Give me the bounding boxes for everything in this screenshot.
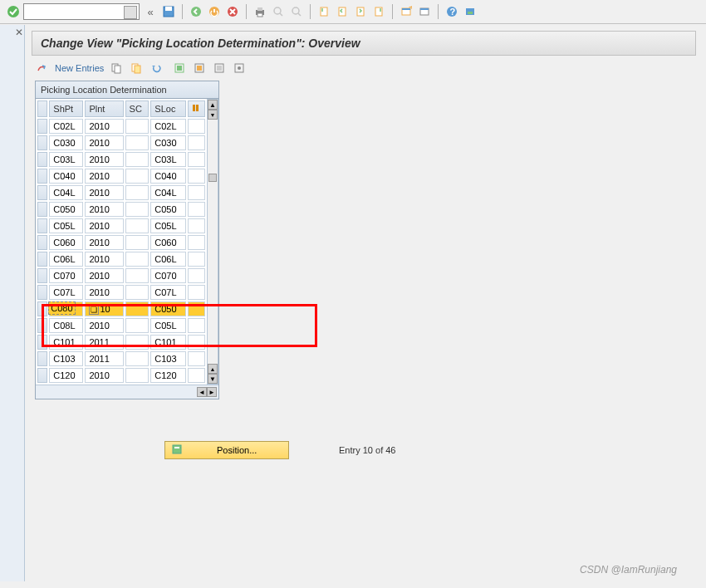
cell-sc[interactable] xyxy=(125,135,150,150)
table-row[interactable]: C06L2010C06L xyxy=(37,252,205,267)
cell-plnt[interactable]: 2010 xyxy=(85,252,123,267)
cell-plnt[interactable]: 2010 xyxy=(85,202,123,217)
cell-shpt[interactable]: C05L xyxy=(49,218,83,233)
row-selector[interactable] xyxy=(37,301,47,316)
cell-sloc[interactable]: C060 xyxy=(150,235,186,250)
table-row[interactable]: C05L2010C05L xyxy=(37,218,205,233)
cell-sloc[interactable]: C03L xyxy=(150,152,186,167)
cell-sc[interactable] xyxy=(125,285,150,300)
scroll-up-icon[interactable]: ▲ xyxy=(208,100,218,110)
row-selector[interactable] xyxy=(37,285,47,300)
cell-shpt[interactable]: C03L xyxy=(49,152,83,167)
cell-plnt[interactable]: 2010 xyxy=(85,119,123,134)
cell-plnt[interactable]: 2010 xyxy=(85,318,123,333)
row-selector[interactable] xyxy=(37,252,47,267)
col-sc[interactable]: SC xyxy=(125,100,150,117)
table-row[interactable]: C04L2010C04L xyxy=(37,185,205,200)
select-all-icon[interactable] xyxy=(172,61,187,76)
cell-shpt[interactable]: C120 xyxy=(49,368,83,383)
cell-sc[interactable] xyxy=(125,185,150,200)
table-row[interactable]: C0702010C070 xyxy=(37,268,205,283)
vertical-scrollbar[interactable]: ▲ ▼ ▲ ▼ xyxy=(207,99,218,385)
position-button[interactable]: Position... xyxy=(164,441,289,459)
cell-sloc[interactable]: C120 xyxy=(150,368,186,383)
cell-sc[interactable] xyxy=(125,368,150,383)
row-selector[interactable] xyxy=(37,335,47,350)
config-icon[interactable] xyxy=(232,61,247,76)
cell-sc[interactable] xyxy=(125,218,150,233)
cell-plnt[interactable]: 2010 xyxy=(85,235,123,250)
table-row[interactable]: C1202010C120 xyxy=(37,368,205,383)
row-selector[interactable] xyxy=(37,169,47,184)
close-icon[interactable]: ✕ xyxy=(15,27,23,38)
cell-sc[interactable] xyxy=(125,335,150,350)
cell-sloc[interactable]: C030 xyxy=(150,135,186,150)
cell-shpt[interactable]: C050 xyxy=(49,202,83,217)
cell-sloc[interactable]: C05L xyxy=(150,218,186,233)
cell-shpt[interactable]: C101 xyxy=(49,335,83,350)
scroll-down-icon[interactable]: ▼ xyxy=(208,374,218,384)
cell-shpt[interactable]: C080 xyxy=(49,301,83,316)
col-plnt[interactable]: Plnt xyxy=(85,100,123,117)
table-row[interactable]: C1032011C103 xyxy=(37,351,205,366)
table-row[interactable]: C08L2010C05L xyxy=(37,318,205,333)
save-icon[interactable] xyxy=(161,4,176,19)
row-selector[interactable] xyxy=(37,318,47,333)
table-row[interactable]: C080❏10C050 xyxy=(37,301,205,316)
table-row[interactable]: C02L2010C02L xyxy=(37,119,205,134)
layout-icon[interactable] xyxy=(417,4,432,19)
cell-plnt[interactable]: 2010 xyxy=(85,135,123,150)
cell-plnt[interactable]: 2010 xyxy=(85,285,123,300)
last-page-icon[interactable] xyxy=(371,4,386,19)
cell-shpt[interactable]: C02L xyxy=(49,119,83,134)
ok-icon[interactable] xyxy=(7,5,20,18)
first-page-icon[interactable] xyxy=(316,4,331,19)
table-row[interactable]: C03L2010C03L xyxy=(37,152,205,167)
new-entries-link[interactable]: New Entries xyxy=(55,63,104,73)
cell-sc[interactable] xyxy=(125,351,150,366)
cell-shpt[interactable]: C07L xyxy=(49,285,83,300)
cell-sloc[interactable]: C07L xyxy=(150,285,186,300)
cancel-icon[interactable] xyxy=(225,4,240,19)
table-row[interactable]: C0602010C060 xyxy=(37,235,205,250)
cell-sc[interactable] xyxy=(125,268,150,283)
table-row[interactable]: C0502010C050 xyxy=(37,202,205,217)
scroll-right-icon[interactable]: ► xyxy=(207,387,217,397)
next-page-icon[interactable] xyxy=(353,4,368,19)
cell-sloc[interactable]: C040 xyxy=(150,169,186,184)
back-icon[interactable]: « xyxy=(143,4,158,19)
cell-sloc[interactable]: C070 xyxy=(150,268,186,283)
exit-icon[interactable] xyxy=(207,4,222,19)
row-selector[interactable] xyxy=(37,135,47,150)
col-shpt[interactable]: ShPt xyxy=(49,100,83,117)
change-display-icon[interactable] xyxy=(35,61,50,76)
cell-shpt[interactable]: C060 xyxy=(49,235,83,250)
cell-sc[interactable] xyxy=(125,235,150,250)
cell-plnt[interactable]: 2010 xyxy=(85,185,123,200)
table-row[interactable]: C1012011C101 xyxy=(37,335,205,350)
help-icon[interactable]: ? xyxy=(444,4,459,19)
deselect-all-icon[interactable] xyxy=(192,61,207,76)
scroll-down2-icon[interactable]: ▲ xyxy=(208,364,218,374)
cell-sloc[interactable]: C05L xyxy=(150,318,186,333)
cell-shpt[interactable]: C103 xyxy=(49,351,83,366)
row-selector[interactable] xyxy=(37,119,47,134)
prev-page-icon[interactable] xyxy=(335,4,350,19)
column-config-icon[interactable] xyxy=(188,100,205,117)
cell-plnt[interactable]: 2010 xyxy=(85,169,123,184)
copy-icon[interactable] xyxy=(109,61,124,76)
scroll-track[interactable] xyxy=(208,120,218,364)
cell-plnt[interactable]: ❏10 xyxy=(85,301,123,316)
table-row[interactable]: C0302010C030 xyxy=(37,135,205,150)
cell-sloc[interactable]: C103 xyxy=(150,351,186,366)
col-sloc[interactable]: SLoc xyxy=(150,100,186,117)
print-icon[interactable] xyxy=(252,4,267,19)
cell-plnt[interactable]: 2010 xyxy=(85,268,123,283)
customize-icon[interactable] xyxy=(463,4,478,19)
cell-sloc[interactable]: C101 xyxy=(150,335,186,350)
cell-sc[interactable] xyxy=(125,318,150,333)
select-block-icon[interactable] xyxy=(212,61,227,76)
table-row[interactable]: C0402010C040 xyxy=(37,169,205,184)
cell-shpt[interactable]: C070 xyxy=(49,268,83,283)
scroll-left-icon[interactable]: ◄ xyxy=(197,387,207,397)
